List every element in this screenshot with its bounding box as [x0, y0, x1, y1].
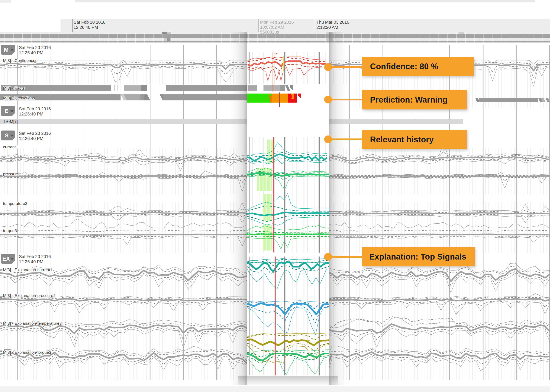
svg-text:Explanation: Top Signals: Explanation: Top Signals	[369, 252, 466, 261]
svg-text:Sat Feb 20 2016: Sat Feb 20 2016	[19, 254, 51, 259]
svg-text:M[3] - Explanation-current1: M[3] - Explanation-current1	[3, 267, 52, 272]
svg-text:pressure2: pressure2	[3, 172, 21, 176]
svg-text:M[3] - Explanation-torque3: M[3] - Explanation-torque3	[3, 350, 51, 355]
svg-text:Sat Feb 20 2016: Sat Feb 20 2016	[19, 106, 51, 111]
svg-text:Sat Feb 20 2016: Sat Feb 20 2016	[19, 131, 51, 136]
svg-text:2:13:20 AM: 2:13:20 AM	[316, 25, 338, 30]
svg-text:EX: EX	[2, 255, 10, 262]
svg-text:current1: current1	[3, 145, 18, 149]
svg-text:12:26:40 PM: 12:26:40 PM	[19, 136, 43, 141]
svg-text:temperature3: temperature3	[3, 201, 27, 206]
svg-text:Mon Feb 29 2016: Mon Feb 29 2016	[260, 20, 294, 25]
svg-text:Prediction: Warning: Prediction: Warning	[370, 95, 448, 104]
svg-text:12:26:40 PM: 12:26:40 PM	[74, 25, 98, 30]
svg-text:M: M	[4, 46, 9, 53]
svg-text:TR-M[3]: TR-M[3]	[3, 119, 18, 124]
svg-text:M[3] - Predictions: M[3] - Predictions	[3, 96, 35, 100]
svg-text:E: E	[5, 108, 8, 114]
svg-text:M[3] - Explanation-temperature: M[3] - Explanation-temperature3	[3, 321, 62, 326]
svg-text:Confidence: 80 %: Confidence: 80 %	[370, 62, 438, 71]
svg-text:Sat Feb 20 2016: Sat Feb 20 2016	[74, 20, 105, 25]
svg-text:12:26:40 PM: 12:26:40 PM	[19, 50, 43, 55]
svg-text:550082us: 550082us	[260, 30, 279, 35]
svg-text:Relevant history: Relevant history	[370, 135, 434, 144]
svg-text:Thu Mar 03 2016: Thu Mar 03 2016	[316, 20, 349, 25]
svg-text:S: S	[5, 132, 8, 139]
svg-text:M[3] - Confidences: M[3] - Confidences	[3, 58, 37, 63]
svg-text:12:26:40 PM: 12:26:40 PM	[19, 259, 43, 264]
svg-text:Sat Feb 20 2016: Sat Feb 20 2016	[19, 45, 51, 50]
svg-text:M[3] - Facts: M[3] - Facts	[3, 86, 25, 91]
svg-text:M[3] - Explanation-pressure2: M[3] - Explanation-pressure2	[3, 293, 56, 298]
svg-text:12:26:40 PM: 12:26:40 PM	[19, 112, 43, 116]
svg-text:10:07:02 AM: 10:07:02 AM	[260, 25, 284, 29]
svg-text:torque3: torque3	[3, 228, 17, 233]
